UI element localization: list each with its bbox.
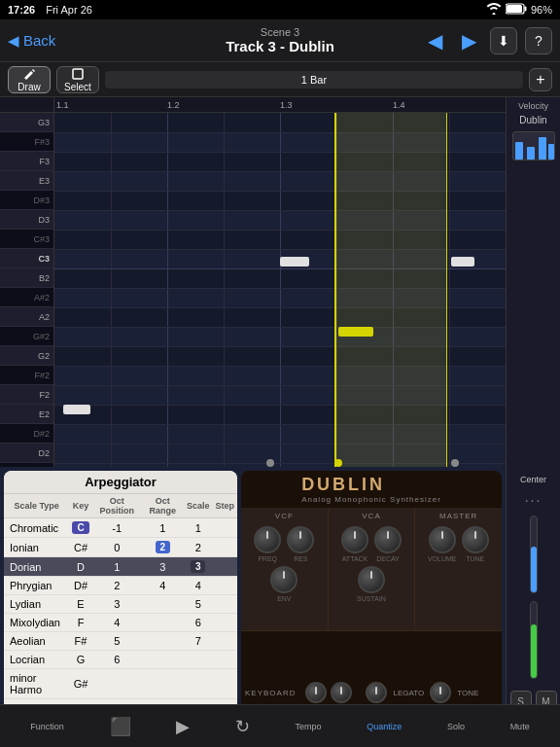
key-cs3[interactable]: C#3 [0, 230, 53, 249]
key-fs3[interactable]: F#3 [0, 132, 53, 152]
vca-knob-1[interactable] [341, 526, 368, 553]
arp-scalesteps-0: 1 [184, 518, 213, 538]
key-f3[interactable]: F3 [0, 152, 53, 171]
header-right-buttons: ◀ ▶ ⬇ ? [422, 27, 552, 54]
play-button[interactable]: ▶ [176, 716, 190, 737]
arp-row-3[interactable]: PhrygianD#244 [4, 577, 237, 595]
col-oct-range: Oct Range [142, 494, 184, 518]
select-tool-button[interactable]: Select [56, 66, 99, 93]
key-ds2[interactable]: D#2 [0, 424, 53, 444]
stop-button[interactable]: ⬛ [110, 716, 131, 737]
back-label: Back [23, 32, 55, 49]
arp-key-6: F# [69, 632, 91, 651]
dots-icon: ··· [525, 492, 542, 508]
nav-right-button[interactable]: ▶ [456, 29, 482, 53]
velocity-track-name: Dublin [519, 115, 546, 125]
arp-octpos-1: 0 [92, 538, 142, 557]
nav-left-button[interactable]: ◀ [422, 29, 448, 53]
key-ds3[interactable]: D#3 [0, 191, 53, 210]
solo-transport-button[interactable]: Solo [447, 722, 465, 731]
arp-scale-0: Chromatic [4, 518, 69, 538]
vcf-knob-2[interactable] [287, 526, 314, 553]
master-knobs: VOLUME TUNE [427, 524, 491, 562]
slider-2[interactable] [530, 601, 538, 679]
col-oct-pos: Oct Position [92, 494, 142, 518]
arp-row-7[interactable]: LocrianG6 [4, 651, 237, 669]
status-time: 17:26 Fri Apr 26 [8, 4, 92, 16]
midi-note-2[interactable] [451, 257, 474, 267]
keyboard-knob-1[interactable] [305, 682, 327, 703]
quantize-button[interactable]: Quantize [367, 722, 402, 731]
arp-scale-8: minor Harmo [4, 669, 69, 699]
svg-rect-7 [548, 144, 554, 160]
arp-octpos-7: 6 [92, 651, 142, 669]
vca-knob-3[interactable] [358, 566, 385, 593]
slider-1[interactable] [530, 516, 538, 593]
midi-note-4[interactable] [63, 405, 90, 414]
arp-step-7 [212, 651, 237, 669]
arp-row-1[interactable]: IonianC#022 [4, 538, 237, 557]
tempo-button[interactable]: Tempo [296, 722, 322, 731]
arp-octpos-4: 3 [92, 595, 142, 614]
vcf-knobs: FREQ RES ENV [245, 524, 324, 602]
key-d2[interactable]: D2 [0, 444, 53, 463]
arp-row-0[interactable]: ChromaticC-111 [4, 518, 237, 538]
key-f2[interactable]: F2 [0, 385, 53, 405]
svg-rect-3 [73, 69, 83, 79]
select-label: Select [64, 82, 91, 92]
vcf-knob-1[interactable] [254, 526, 281, 553]
mute-transport-button[interactable]: Mute [510, 722, 530, 731]
grid-area[interactable]: 1.1 1.2 1.3 1.4 [54, 97, 506, 467]
draw-tool-button[interactable]: Draw [8, 66, 51, 93]
key-b2[interactable]: B2 [0, 268, 53, 288]
key-g2[interactable]: G2 [0, 346, 53, 366]
arp-key-8: G# [69, 669, 91, 699]
function-button[interactable]: Function [30, 722, 64, 731]
vca-knob-2[interactable] [374, 526, 402, 553]
midi-note-3[interactable] [338, 327, 373, 337]
key-g3[interactable]: G3 [0, 113, 53, 132]
arp-row-6[interactable]: AeolianF#57 [4, 632, 237, 651]
key-e2[interactable]: E2 [0, 405, 53, 424]
velocity-label: Velocity [518, 101, 548, 111]
arp-row-8[interactable]: minor HarmoG# [4, 669, 237, 699]
keyboard-knob-3[interactable] [366, 682, 387, 703]
synth-header: DUBLIN Analog Monophonic Synthesizer [241, 471, 502, 508]
key-fs2[interactable]: F#2 [0, 366, 53, 385]
loop-icon: ↻ [235, 716, 250, 737]
master-knob-1[interactable] [429, 526, 456, 553]
bar-indicator: 1 Bar [105, 71, 523, 89]
keyboard-knob-2[interactable] [331, 682, 352, 703]
arp-row-5[interactable]: MixolydianF46 [4, 614, 237, 632]
arp-row-4[interactable]: LydianE35 [4, 595, 237, 614]
key-gs2[interactable]: G#2 [0, 327, 53, 346]
arp-row-2[interactable]: DorianD133 [4, 557, 237, 577]
arp-step-4 [212, 595, 237, 614]
midi-note-1[interactable] [280, 257, 309, 267]
header-center: Scene 3 Track 3 - Dublin [226, 26, 334, 54]
back-chevron-icon: ◀ [8, 32, 19, 50]
battery-percent: 96% [531, 4, 552, 16]
back-button[interactable]: ◀ Back [8, 32, 55, 50]
slider-1-fill [531, 547, 537, 592]
vcf-knob-3[interactable] [270, 566, 298, 593]
piano-roll: G3 F#3 F3 E3 D#3 D3 C#3 C3 B2 A#2 A2 G#2… [0, 97, 560, 467]
arp-scalesteps-3: 4 [184, 577, 213, 595]
grid[interactable] [54, 113, 506, 467]
arp-scalesteps-7 [184, 651, 213, 669]
synth-master-section: MASTER VOLUME TUNE [415, 508, 502, 630]
arp-octrange-2: 3 [142, 557, 184, 577]
key-as2[interactable]: A#2 [0, 288, 53, 307]
loop-button[interactable]: ↻ [235, 716, 250, 737]
add-button[interactable]: + [529, 68, 552, 91]
master-knob-2[interactable] [462, 526, 489, 553]
arp-scale-6: Aeolian [4, 632, 69, 651]
key-d3[interactable]: D3 [0, 210, 53, 230]
key-e3[interactable]: E3 [0, 171, 53, 191]
key-c3[interactable]: C3 [0, 249, 53, 268]
key-a2[interactable]: A2 [0, 307, 53, 327]
help-button[interactable]: ? [525, 27, 552, 54]
col-step: Step [212, 494, 237, 518]
download-button[interactable]: ⬇ [490, 27, 517, 54]
keyboard-knob-4[interactable] [430, 682, 451, 703]
